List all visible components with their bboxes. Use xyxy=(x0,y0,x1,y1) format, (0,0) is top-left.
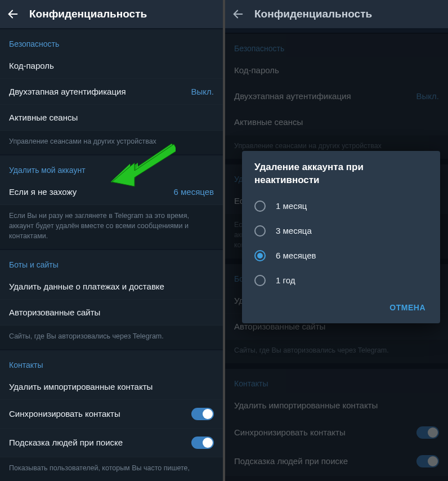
radio-label: 3 месяца xyxy=(276,226,312,235)
row-passcode[interactable]: Код-пароль xyxy=(0,53,223,79)
radio-unchecked-icon xyxy=(254,225,266,237)
settings-pane-left: Конфиденциальность Безопасность Код-паро… xyxy=(0,0,223,481)
row-active-sessions: Активные сеансы xyxy=(225,109,448,135)
row-label: Если я не захожу xyxy=(9,187,77,197)
row-label: Двухэтапная аутентификация xyxy=(9,87,126,96)
toggle-on-icon[interactable] xyxy=(191,408,214,420)
radio-unchecked-icon xyxy=(254,275,266,286)
row-label: Активные сеансы xyxy=(9,113,78,122)
row-label: Подсказка людей при поиске xyxy=(234,456,348,466)
section-contacts-header: Контакты xyxy=(225,369,448,393)
security-hint: Управление сеансами на других устройства… xyxy=(0,131,223,154)
radio-option-3-months[interactable]: 3 месяца xyxy=(242,219,440,243)
radio-label: 6 месяцев xyxy=(276,251,316,260)
row-label: Удалить импортированные контакты xyxy=(234,400,378,410)
delete-inactivity-dialog: Удаление аккаунта при неактивности 1 мес… xyxy=(242,151,440,323)
radio-option-6-months[interactable]: 6 месяцев xyxy=(242,243,440,268)
radio-checked-icon xyxy=(254,250,266,261)
section-contacts-header: Контакты xyxy=(0,350,223,374)
row-sync-contacts: Синхронизировать контакты xyxy=(225,418,448,447)
row-label: Авторизованные сайты xyxy=(9,308,100,317)
header: Конфиденциальность xyxy=(0,0,223,28)
row-value: Выкл. xyxy=(416,91,439,101)
row-label: Подсказка людей при поиске xyxy=(9,438,123,447)
radio-option-1-month[interactable]: 1 месяц xyxy=(242,194,440,219)
section-bots-header: Боты и сайты xyxy=(0,250,223,274)
contacts-hint: Показывать пользователей, которым Вы час… xyxy=(225,476,448,481)
bots-hint: Сайты, где Вы авторизовались через Teleg… xyxy=(0,326,223,349)
section-security-header: Безопасность xyxy=(225,34,448,57)
toggle-on-icon xyxy=(416,426,439,439)
radio-label: 1 год xyxy=(276,275,295,285)
row-suggest-people: Подсказка людей при поиске xyxy=(225,447,448,476)
row-label: Удалить данные о платежах и доставке xyxy=(9,282,164,291)
contacts-hint: Показывать пользователей, которым Вы час… xyxy=(0,457,223,481)
section-security-header: Безопасность xyxy=(0,29,223,53)
row-label: Удалить импортированные контакты xyxy=(9,382,153,391)
row-value: Выкл. xyxy=(191,87,214,96)
row-label: Код-пароль xyxy=(234,65,279,75)
section-delete-header: Удалить мой аккаунт xyxy=(0,155,223,179)
bots-hint: Сайты, где Вы авторизовались через Teleg… xyxy=(225,340,448,363)
header: Конфиденциальность xyxy=(225,0,448,28)
back-arrow-icon[interactable] xyxy=(7,8,19,20)
back-arrow-icon[interactable] xyxy=(232,8,244,20)
row-two-step: Двухэтапная аутентификация Выкл. xyxy=(225,83,448,109)
row-sync-contacts[interactable]: Синхронизировать контакты xyxy=(0,400,223,429)
radio-unchecked-icon xyxy=(254,201,266,212)
row-suggest-people[interactable]: Подсказка людей при поиске xyxy=(0,429,223,457)
row-label: Двухэтапная аутентификация xyxy=(234,91,351,101)
settings-pane-right: Конфиденциальность Безопасность Код-паро… xyxy=(225,0,448,481)
dialog-actions: ОТМЕНА xyxy=(242,293,440,319)
row-delete-imported: Удалить импортированные контакты xyxy=(225,393,448,418)
toggle-on-icon xyxy=(416,455,439,467)
radio-label: 1 месяц xyxy=(276,201,307,211)
toggle-on-icon[interactable] xyxy=(191,437,214,449)
row-authorized-sites[interactable]: Авторизованные сайты xyxy=(0,300,223,326)
row-passcode: Код-пароль xyxy=(225,57,448,83)
row-delete-imported[interactable]: Удалить импортированные контакты xyxy=(0,374,223,400)
row-label: Синхронизировать контакты xyxy=(9,409,120,418)
row-label: Активные сеансы xyxy=(234,117,303,127)
delete-hint: Если Вы ни разу не заглянете в Telegram … xyxy=(0,205,223,249)
row-clear-payments[interactable]: Удалить данные о платежах и доставке xyxy=(0,274,223,300)
row-label: Синхронизировать контакты xyxy=(234,427,346,437)
row-if-away[interactable]: Если я не захожу 6 месяцев xyxy=(0,179,223,205)
page-title: Конфиденциальность xyxy=(254,8,372,20)
row-value: 6 месяцев xyxy=(173,187,214,197)
row-label: Код-пароль xyxy=(9,61,54,70)
page-title: Конфиденциальность xyxy=(29,8,147,20)
row-active-sessions[interactable]: Активные сеансы xyxy=(0,105,223,131)
dialog-title: Удаление аккаунта при неактивности xyxy=(242,161,440,194)
cancel-button[interactable]: ОТМЕНА xyxy=(385,300,430,315)
row-two-step[interactable]: Двухэтапная аутентификация Выкл. xyxy=(0,79,223,105)
radio-option-1-year[interactable]: 1 год xyxy=(242,268,440,293)
